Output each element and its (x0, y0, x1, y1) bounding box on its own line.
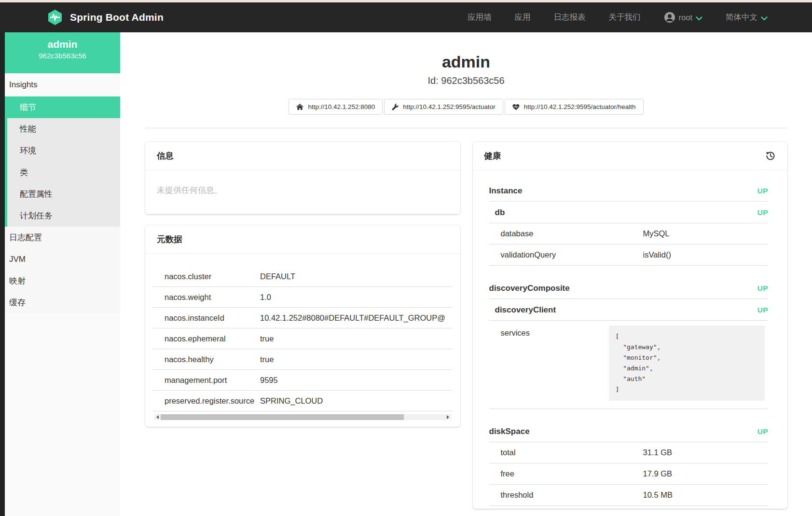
table-row: nacos.weight 1.0 (153, 287, 453, 308)
metadata-key: nacos.healthy (153, 355, 260, 364)
scroll-right-arrow-icon[interactable] (445, 414, 451, 420)
wrench-icon (392, 104, 399, 110)
table-row: preserved.register.source SPRING_CLOUD (153, 391, 453, 411)
management-url-button[interactable]: http://10.42.1.252:9595/actuator (384, 99, 503, 115)
nav-item-about[interactable]: 关于我们 (609, 12, 641, 23)
table-row: free 17.9 GB (489, 463, 769, 485)
sidebar-filler (5, 313, 120, 516)
health-section-diskspace: diskSpace UP (489, 421, 769, 442)
health-node-name: Instance (489, 186, 523, 196)
info-card: 信息 未提供任何信息。 (145, 142, 460, 214)
health-detail-key: services (501, 328, 530, 338)
metadata-value: true (260, 355, 274, 364)
language-label: 简体中文 (726, 12, 757, 23)
table-row: nacos.cluster DEFAULT (153, 266, 453, 287)
user-avatar-icon (664, 12, 675, 23)
sidebar-item-insights[interactable]: Insights (5, 73, 120, 96)
table-row: total 31.1 GB (489, 442, 769, 463)
sidebar-item-metrics[interactable]: 性能 (5, 118, 120, 140)
management-url-label: http://10.42.1.252:9595/actuator (403, 103, 495, 110)
screen-left-edge (0, 32, 5, 516)
health-section-discoveryclient: discoveryClient UP (489, 299, 769, 321)
sidebar-insights-submenu: 细节 性能 环境 类 配置属性 计划任务 (5, 96, 120, 227)
sidebar-item-jvm[interactable]: JVM (5, 248, 120, 270)
table-row: threshold 10.5 MB (489, 485, 769, 506)
metadata-scroll-area: nacos.cluster DEFAULT nacos.weight 1.0 n… (153, 266, 453, 411)
user-name: root (679, 13, 692, 22)
top-navbar: Spring Boot Admin 应用墙 应用 日志报表 关于我们 root … (0, 2, 812, 32)
scrollbar-thumb[interactable] (161, 414, 404, 420)
health-card: 健康 Instance UP (473, 142, 788, 509)
sidebar-item-configprops[interactable]: 配置属性 (5, 183, 120, 205)
table-row: nacos.instanceId 10.42.1.252#8080#DEFAUL… (153, 308, 453, 328)
table-row: nacos.healthy true (153, 349, 453, 370)
nav-item-applications[interactable]: 应用 (515, 12, 531, 23)
sidebar-item-environment[interactable]: 环境 (5, 140, 120, 162)
services-json-block: [ "gateway", "monitor", "admin", "auth" … (609, 326, 765, 401)
info-empty-message: 未提供任何信息。 (145, 170, 460, 214)
main-content: admin Id: 962c3b563c56 http://10.42.1.25… (120, 32, 812, 516)
status-badge: UP (757, 427, 768, 436)
sidebar-item-loggers[interactable]: 日志配置 (5, 227, 120, 248)
health-node-name: diskSpace (489, 427, 530, 436)
metadata-key: nacos.cluster (153, 272, 260, 281)
horizontal-scrollbar[interactable] (154, 414, 451, 420)
metadata-value: 9595 (260, 376, 278, 385)
health-detail-key: database (501, 229, 534, 238)
status-badge: UP (757, 187, 768, 195)
nav-item-wallboard[interactable]: 应用墙 (468, 12, 492, 23)
health-section-instance: Instance UP (489, 180, 769, 202)
sidebar-item-details[interactable]: 细节 (5, 96, 120, 118)
metadata-key: preserved.register.source (153, 396, 260, 406)
health-url-label: http://10.42.1.252:9595/actuator/health (524, 103, 636, 110)
health-detail-value: 10.5 MB (643, 490, 673, 500)
sidebar-item-mappings[interactable]: 映射 (5, 270, 120, 292)
service-url-button[interactable]: http://10.42.1.252:8080 (289, 99, 383, 115)
table-row: nacos.ephemeral true (153, 328, 453, 349)
health-url-button[interactable]: http://10.42.1.252:9595/actuator/health (505, 99, 644, 115)
sidebar-app-name: admin (5, 39, 120, 50)
spring-boot-admin-logo-icon (46, 9, 64, 26)
table-row: services [ "gateway", "monitor", "admin"… (489, 321, 769, 409)
sidebar-instance-id: 962c3b563c56 (5, 52, 120, 60)
health-node-name: discoveryClient (495, 305, 556, 315)
health-section-discoverycomposite: discoveryComposite UP (489, 277, 769, 299)
info-card-title: 信息 (157, 150, 174, 162)
sidebar-item-caches[interactable]: 缓存 (5, 292, 120, 313)
metadata-key: nacos.instanceId (153, 313, 260, 323)
scroll-left-arrow-icon[interactable] (154, 414, 161, 420)
health-detail-key: total (501, 448, 516, 457)
sidebar-item-classes[interactable]: 类 (5, 162, 120, 183)
brand-title: Spring Boot Admin (70, 12, 164, 23)
chevron-down-icon (696, 14, 702, 23)
metadata-value: true (260, 334, 274, 343)
metadata-card-title: 元数据 (157, 233, 182, 245)
health-node-name: db (495, 208, 505, 217)
home-icon (296, 104, 303, 110)
sidebar-instance-header: admin 962c3b563c56 (5, 32, 120, 73)
status-badge: UP (757, 306, 768, 314)
health-detail-key: threshold (501, 490, 534, 500)
health-section-db: db UP (489, 202, 769, 223)
sidebar: admin 962c3b563c56 Insights 细节 性能 环境 类 配… (5, 32, 120, 516)
page-title: admin (120, 53, 812, 71)
history-icon[interactable] (765, 150, 776, 161)
metadata-key: management.port (153, 376, 260, 385)
sidebar-item-scheduledtasks[interactable]: 计划任务 (5, 205, 120, 227)
health-detail-key: validationQuery (501, 250, 556, 259)
table-row: validationQuery isValid() (489, 244, 769, 266)
health-detail-value: isValid() (643, 250, 671, 259)
brand[interactable]: Spring Boot Admin (46, 9, 164, 26)
instance-links: http://10.42.1.252:8080 http://10.42.1.2… (120, 99, 812, 115)
metadata-card: 元数据 nacos.cluster DEFAULT nacos.weight (145, 225, 460, 427)
status-badge: UP (757, 208, 768, 217)
header-divider (145, 128, 787, 128)
health-detail-key: free (501, 469, 514, 478)
table-row: database MySQL (489, 223, 769, 244)
nav-item-journal[interactable]: 日志报表 (554, 12, 586, 23)
user-menu[interactable]: root (664, 12, 702, 23)
language-menu[interactable]: 简体中文 (726, 12, 768, 23)
page-instance-id: Id: 962c3b563c56 (120, 75, 812, 86)
metadata-value: SPRING_CLOUD (260, 396, 323, 406)
table-row: management.port 9595 (153, 370, 453, 391)
